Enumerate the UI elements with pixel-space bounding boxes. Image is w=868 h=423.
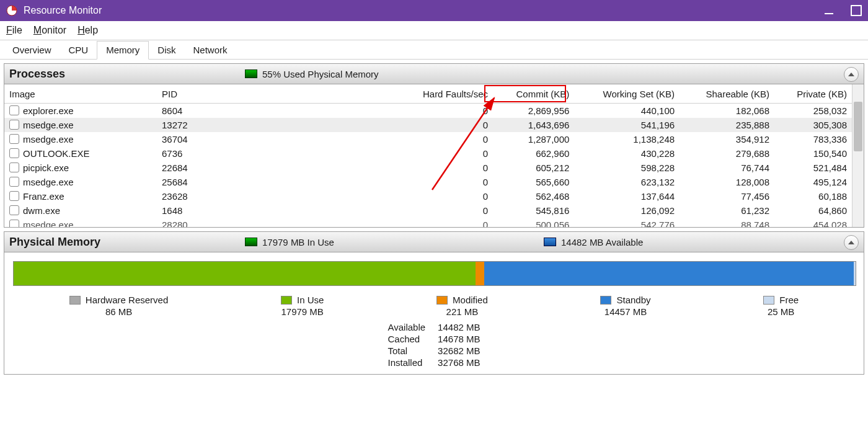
processes-header-row: Image PID Hard Faults/sec Commit (KB) Wo… bbox=[4, 84, 852, 104]
tab-bar: Overview CPU Memory Disk Network bbox=[0, 40, 868, 60]
physical-memory-panel: Physical Memory 17979 MB In Use 14482 MB… bbox=[4, 231, 864, 375]
physical-collapse-button[interactable] bbox=[844, 235, 859, 250]
row-checkbox[interactable] bbox=[9, 163, 19, 172]
legend-modified: Modified 221 MB bbox=[436, 295, 488, 317]
row-checkbox[interactable] bbox=[9, 148, 19, 158]
legend-hw-reserved: Hardware Reserved 86 MB bbox=[69, 295, 168, 317]
tab-memory[interactable]: Memory bbox=[97, 41, 149, 60]
processes-collapse-button[interactable] bbox=[844, 67, 859, 82]
chevron-up-icon bbox=[848, 73, 854, 76]
memory-usage-bar bbox=[13, 261, 856, 286]
row-checkbox[interactable] bbox=[9, 120, 19, 130]
table-row[interactable]: OUTLOOK.EXE67360662,960430,228279,688150… bbox=[4, 146, 852, 161]
physical-memory-body: Hardware Reserved 86 MB In Use 17979 MB … bbox=[4, 252, 864, 374]
row-checkbox[interactable] bbox=[9, 177, 19, 187]
menu-bar: File Monitor Help bbox=[0, 21, 868, 40]
chevron-up-icon bbox=[848, 241, 854, 244]
membar-free bbox=[854, 262, 856, 285]
tab-network[interactable]: Network bbox=[185, 42, 236, 59]
memory-legend: Hardware Reserved 86 MB In Use 17979 MB … bbox=[13, 295, 855, 317]
row-checkbox[interactable] bbox=[9, 105, 19, 115]
memory-usage-icon bbox=[245, 69, 257, 78]
table-row[interactable]: dwm.exe16480545,816126,09261,23264,860 bbox=[4, 203, 852, 218]
processes-scrollbar[interactable] bbox=[852, 84, 864, 227]
col-image[interactable]: Image bbox=[4, 84, 157, 104]
scrollbar-thumb[interactable] bbox=[854, 102, 862, 151]
legend-free: Free 25 MB bbox=[763, 295, 799, 317]
in-use-icon bbox=[245, 238, 257, 246]
processes-panel-title: Processes bbox=[9, 68, 245, 81]
col-shareable[interactable]: Shareable (KB) bbox=[680, 84, 774, 104]
physical-in-use-text: 17979 MB In Use bbox=[262, 237, 334, 247]
col-pid[interactable]: PID bbox=[157, 84, 254, 104]
col-commit[interactable]: Commit (KB) bbox=[493, 84, 574, 104]
membar-in-use bbox=[14, 262, 476, 285]
memory-summary: Available14482 MB Cached14678 MB Total32… bbox=[13, 322, 855, 368]
processes-panel-header[interactable]: Processes 55% Used Physical Memory bbox=[4, 64, 864, 84]
legend-in-use: In Use 17979 MB bbox=[281, 295, 324, 317]
app-icon bbox=[6, 5, 17, 16]
processes-panel: Processes 55% Used Physical Memory Image… bbox=[4, 63, 864, 228]
membar-modified bbox=[476, 262, 484, 285]
membar-standby bbox=[484, 262, 854, 285]
available-icon bbox=[544, 238, 556, 246]
table-row[interactable]: msedge.exe3670401,287,0001,138,248354,91… bbox=[4, 132, 852, 146]
menu-help[interactable]: Help bbox=[78, 25, 98, 36]
processes-usage-text: 55% Used Physical Memory bbox=[262, 69, 379, 79]
physical-memory-header[interactable]: Physical Memory 17979 MB In Use 14482 MB… bbox=[4, 232, 864, 252]
row-checkbox[interactable] bbox=[9, 191, 19, 201]
table-row[interactable]: Franz.exe236280562,468137,64477,45660,18… bbox=[4, 189, 852, 203]
menu-monitor[interactable]: Monitor bbox=[33, 25, 66, 36]
col-working-set[interactable]: Working Set (KB) bbox=[574, 84, 680, 104]
table-row[interactable]: picpick.exe226840605,212598,22876,744521… bbox=[4, 161, 852, 175]
window-titlebar: Resource Monitor bbox=[0, 0, 868, 21]
table-row[interactable]: msedge.exe1327201,643,696541,196235,8883… bbox=[4, 118, 852, 132]
physical-memory-title: Physical Memory bbox=[9, 236, 245, 249]
table-row[interactable]: msedge.exe282800500,056542,77688,748454,… bbox=[4, 218, 852, 227]
window-title: Resource Monitor bbox=[24, 5, 102, 16]
tab-overview[interactable]: Overview bbox=[4, 42, 60, 59]
tab-disk[interactable]: Disk bbox=[149, 42, 184, 59]
window-minimize-button[interactable] bbox=[825, 13, 833, 14]
processes-table-wrap: Image PID Hard Faults/sec Commit (KB) Wo… bbox=[4, 84, 864, 227]
col-private[interactable]: Private (KB) bbox=[774, 84, 852, 104]
table-row[interactable]: explorer.exe860402,869,956440,100182,068… bbox=[4, 104, 852, 118]
legend-standby: Standby 14457 MB bbox=[600, 295, 650, 317]
col-hard-faults[interactable]: Hard Faults/sec bbox=[254, 84, 493, 104]
row-checkbox[interactable] bbox=[9, 220, 19, 227]
window-maximize-button[interactable] bbox=[851, 5, 862, 16]
processes-table: Image PID Hard Faults/sec Commit (KB) Wo… bbox=[4, 84, 852, 227]
table-row[interactable]: msedge.exe256840565,660623,132128,008495… bbox=[4, 175, 852, 189]
physical-available-text: 14482 MB Available bbox=[561, 237, 643, 247]
row-checkbox[interactable] bbox=[9, 134, 19, 144]
row-checkbox[interactable] bbox=[9, 205, 19, 215]
menu-file[interactable]: File bbox=[6, 25, 22, 36]
tab-cpu[interactable]: CPU bbox=[60, 42, 97, 59]
